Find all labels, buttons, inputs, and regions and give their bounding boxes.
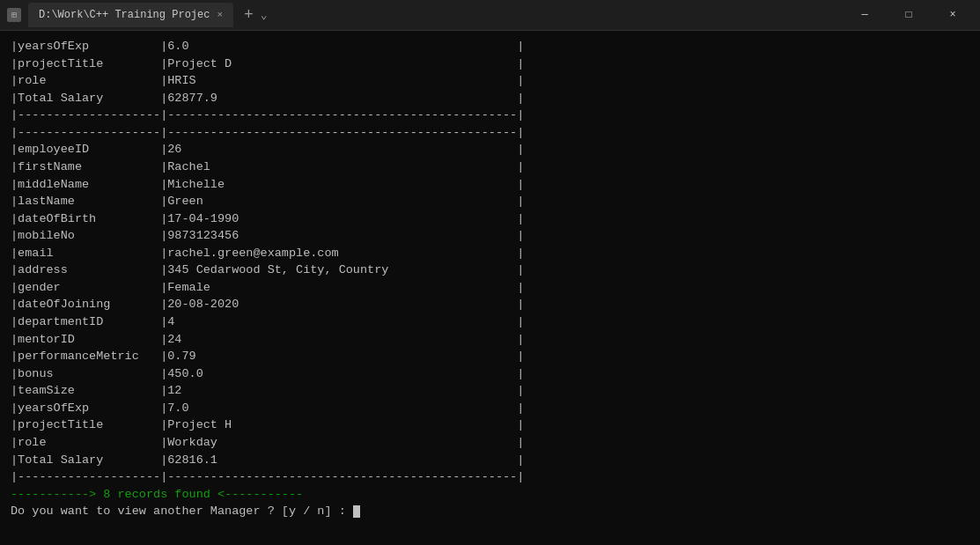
terminal-line: |lastName |Green | — [11, 193, 969, 210]
title-bar: ⊞ D:\Work\C++ Training Projec × + ⌄ — □ … — [0, 0, 980, 31]
terminal-line: |projectTitle |Project D | — [11, 55, 969, 73]
tab[interactable]: D:\Work\C++ Training Projec × — [28, 3, 233, 27]
terminal-line: |projectTitle |Project H | — [11, 416, 969, 434]
dropdown-icon[interactable]: ⌄ — [261, 8, 268, 22]
terminal: |yearsOfExp |6.0 ||projectTitle |Project… — [0, 31, 980, 545]
terminal-line: |dateOfJoining |20-08-2020 | — [11, 296, 969, 313]
terminal-line: |--------------------|------------------… — [11, 124, 969, 142]
terminal-line: |role |HRIS | — [11, 72, 969, 90]
terminal-line: |mobileNo |9873123456 | — [11, 227, 969, 245]
terminal-line: |--------------------|------------------… — [11, 107, 969, 124]
title-bar-icon: ⊞ — [7, 8, 21, 22]
terminal-line: |mentorID |24 | — [11, 331, 969, 349]
terminal-line: |teamSize |12 | — [11, 382, 969, 400]
terminal-line: |employeeID |26 | — [11, 141, 969, 158]
terminal-line: |--------------------|------------------… — [11, 468, 969, 486]
terminal-line: |bonus |450.0 | — [11, 365, 969, 383]
terminal-line: |Total Salary |62816.1 | — [11, 452, 969, 469]
new-tab-icon[interactable]: + — [244, 6, 254, 24]
close-button[interactable]: × — [932, 2, 973, 28]
terminal-line: |address |345 Cedarwood St, City, Countr… — [11, 261, 969, 279]
tab-title: D:\Work\C++ Training Projec — [39, 9, 210, 21]
terminal-line: |email |rachel.green@example.com | — [11, 245, 969, 262]
terminal-line: |Total Salary |62877.9 | — [11, 90, 969, 107]
terminal-cursor — [353, 505, 360, 518]
terminal-line: |gender |Female | — [11, 279, 969, 297]
terminal-line: |yearsOfExp |6.0 | — [11, 38, 969, 55]
terminal-line: |dateOfBirth |17-04-1990 | — [11, 210, 969, 228]
maximize-button[interactable]: □ — [888, 2, 929, 28]
terminal-line: |role |Workday | — [11, 434, 969, 452]
terminal-line: |performanceMetric |0.79 | — [11, 348, 969, 365]
prompt-line[interactable]: Do you want to view another Manager ? [y… — [11, 503, 969, 520]
terminal-line: |yearsOfExp |7.0 | — [11, 400, 969, 417]
tab-close-icon[interactable]: × — [217, 10, 223, 20]
terminal-line: |firstName |Rachel | — [11, 158, 969, 176]
records-found-line: -----------> 8 records found <----------… — [11, 486, 969, 504]
terminal-line: |departmentID |4 | — [11, 313, 969, 331]
terminal-line: |middleName |Michelle | — [11, 176, 969, 194]
minimize-button[interactable]: — — [844, 2, 885, 28]
title-bar-controls: — □ × — [844, 2, 973, 28]
